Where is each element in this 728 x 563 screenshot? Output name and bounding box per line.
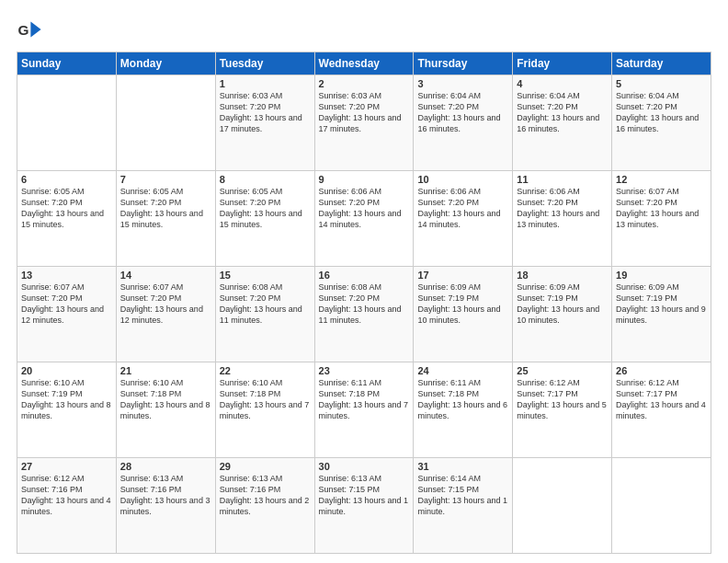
col-tuesday: Tuesday (215, 52, 314, 75)
day-info: Sunrise: 6:10 AM Sunset: 7:19 PM Dayligh… (21, 377, 112, 422)
table-row: 10Sunrise: 6:06 AM Sunset: 7:20 PM Dayli… (414, 171, 513, 267)
table-row: 14Sunrise: 6:07 AM Sunset: 7:20 PM Dayli… (116, 267, 215, 362)
day-info: Sunrise: 6:10 AM Sunset: 7:18 PM Dayligh… (220, 377, 311, 422)
day-info: Sunrise: 6:07 AM Sunset: 7:20 PM Dayligh… (120, 282, 211, 327)
table-row: 21Sunrise: 6:10 AM Sunset: 7:18 PM Dayli… (116, 362, 215, 458)
day-number: 7 (120, 174, 211, 185)
day-number: 29 (220, 461, 311, 472)
table-row: 30Sunrise: 6:13 AM Sunset: 7:15 PM Dayli… (314, 458, 414, 554)
day-info: Sunrise: 6:13 AM Sunset: 7:16 PM Dayligh… (220, 473, 311, 518)
day-info: Sunrise: 6:12 AM Sunset: 7:16 PM Dayligh… (21, 473, 112, 518)
calendar-header-row: Sunday Monday Tuesday Wednesday Thursday… (17, 52, 711, 75)
day-number: 16 (319, 270, 410, 281)
day-number: 23 (319, 365, 410, 376)
day-number: 1 (220, 78, 311, 89)
calendar: Sunday Monday Tuesday Wednesday Thursday… (17, 52, 711, 554)
table-row: 15Sunrise: 6:08 AM Sunset: 7:20 PM Dayli… (215, 267, 314, 362)
day-info: Sunrise: 6:03 AM Sunset: 7:20 PM Dayligh… (319, 90, 410, 135)
day-info: Sunrise: 6:13 AM Sunset: 7:15 PM Dayligh… (319, 473, 410, 518)
table-row: 24Sunrise: 6:11 AM Sunset: 7:18 PM Dayli… (414, 362, 513, 458)
day-number: 20 (21, 365, 112, 376)
day-info: Sunrise: 6:04 AM Sunset: 7:20 PM Dayligh… (517, 90, 608, 135)
day-info: Sunrise: 6:09 AM Sunset: 7:19 PM Dayligh… (517, 282, 608, 327)
day-info: Sunrise: 6:03 AM Sunset: 7:20 PM Dayligh… (220, 90, 311, 135)
day-info: Sunrise: 6:09 AM Sunset: 7:19 PM Dayligh… (616, 282, 707, 327)
day-info: Sunrise: 6:11 AM Sunset: 7:18 PM Dayligh… (417, 377, 508, 422)
page: G Sunday Monday Tuesday Wednesday Thursd… (0, 0, 728, 563)
day-number: 31 (417, 461, 508, 472)
day-info: Sunrise: 6:07 AM Sunset: 7:20 PM Dayligh… (616, 186, 707, 231)
table-row: 26Sunrise: 6:12 AM Sunset: 7:17 PM Dayli… (612, 362, 711, 458)
col-thursday: Thursday (414, 52, 513, 75)
day-number: 12 (616, 174, 707, 185)
day-info: Sunrise: 6:07 AM Sunset: 7:20 PM Dayligh… (21, 282, 112, 327)
day-number: 28 (120, 461, 211, 472)
day-info: Sunrise: 6:04 AM Sunset: 7:20 PM Dayligh… (417, 90, 508, 135)
svg-marker-1 (30, 22, 40, 38)
day-number: 26 (616, 365, 707, 376)
table-row: 25Sunrise: 6:12 AM Sunset: 7:17 PM Dayli… (513, 362, 612, 458)
table-row: 11Sunrise: 6:06 AM Sunset: 7:20 PM Dayli… (513, 171, 612, 267)
col-sunday: Sunday (17, 52, 117, 75)
calendar-week-row: 6Sunrise: 6:05 AM Sunset: 7:20 PM Daylig… (17, 171, 711, 267)
table-row: 13Sunrise: 6:07 AM Sunset: 7:20 PM Dayli… (17, 267, 117, 362)
day-info: Sunrise: 6:04 AM Sunset: 7:20 PM Dayligh… (616, 90, 707, 135)
day-number: 17 (417, 270, 508, 281)
table-row: 17Sunrise: 6:09 AM Sunset: 7:19 PM Dayli… (414, 267, 513, 362)
day-info: Sunrise: 6:09 AM Sunset: 7:19 PM Dayligh… (417, 282, 508, 327)
day-info: Sunrise: 6:05 AM Sunset: 7:20 PM Dayligh… (120, 186, 211, 231)
day-number: 8 (220, 174, 311, 185)
day-number: 21 (120, 365, 211, 376)
table-row: 18Sunrise: 6:09 AM Sunset: 7:19 PM Dayli… (513, 267, 612, 362)
table-row: 20Sunrise: 6:10 AM Sunset: 7:19 PM Dayli… (17, 362, 117, 458)
day-number: 10 (417, 174, 508, 185)
table-row: 29Sunrise: 6:13 AM Sunset: 7:16 PM Dayli… (215, 458, 314, 554)
day-number: 6 (21, 174, 112, 185)
day-number: 2 (319, 78, 410, 89)
day-number: 19 (616, 270, 707, 281)
table-row: 2Sunrise: 6:03 AM Sunset: 7:20 PM Daylig… (314, 75, 414, 171)
table-row (116, 75, 215, 171)
day-number: 24 (417, 365, 508, 376)
table-row (612, 458, 711, 554)
day-info: Sunrise: 6:12 AM Sunset: 7:17 PM Dayligh… (616, 377, 707, 422)
logo: G (17, 17, 46, 42)
logo-icon: G (17, 17, 42, 42)
table-row: 3Sunrise: 6:04 AM Sunset: 7:20 PM Daylig… (414, 75, 513, 171)
day-number: 15 (220, 270, 311, 281)
table-row: 28Sunrise: 6:13 AM Sunset: 7:16 PM Dayli… (116, 458, 215, 554)
table-row: 4Sunrise: 6:04 AM Sunset: 7:20 PM Daylig… (513, 75, 612, 171)
col-wednesday: Wednesday (314, 52, 414, 75)
col-friday: Friday (513, 52, 612, 75)
day-info: Sunrise: 6:08 AM Sunset: 7:20 PM Dayligh… (220, 282, 311, 327)
table-row: 1Sunrise: 6:03 AM Sunset: 7:20 PM Daylig… (215, 75, 314, 171)
table-row: 5Sunrise: 6:04 AM Sunset: 7:20 PM Daylig… (612, 75, 711, 171)
day-info: Sunrise: 6:05 AM Sunset: 7:20 PM Dayligh… (21, 186, 112, 231)
day-number: 3 (417, 78, 508, 89)
day-info: Sunrise: 6:11 AM Sunset: 7:18 PM Dayligh… (319, 377, 410, 422)
day-number: 9 (319, 174, 410, 185)
table-row: 12Sunrise: 6:07 AM Sunset: 7:20 PM Dayli… (612, 171, 711, 267)
day-number: 22 (220, 365, 311, 376)
day-number: 13 (21, 270, 112, 281)
table-row: 22Sunrise: 6:10 AM Sunset: 7:18 PM Dayli… (215, 362, 314, 458)
header: G (17, 17, 711, 42)
table-row (513, 458, 612, 554)
col-monday: Monday (116, 52, 215, 75)
day-number: 11 (517, 174, 608, 185)
table-row: 27Sunrise: 6:12 AM Sunset: 7:16 PM Dayli… (17, 458, 117, 554)
day-info: Sunrise: 6:14 AM Sunset: 7:15 PM Dayligh… (417, 473, 508, 518)
table-row: 23Sunrise: 6:11 AM Sunset: 7:18 PM Dayli… (314, 362, 414, 458)
calendar-week-row: 13Sunrise: 6:07 AM Sunset: 7:20 PM Dayli… (17, 267, 711, 362)
day-number: 5 (616, 78, 707, 89)
day-info: Sunrise: 6:10 AM Sunset: 7:18 PM Dayligh… (120, 377, 211, 422)
calendar-week-row: 20Sunrise: 6:10 AM Sunset: 7:19 PM Dayli… (17, 362, 711, 458)
col-saturday: Saturday (612, 52, 711, 75)
day-number: 4 (517, 78, 608, 89)
day-info: Sunrise: 6:12 AM Sunset: 7:17 PM Dayligh… (517, 377, 608, 422)
day-info: Sunrise: 6:05 AM Sunset: 7:20 PM Dayligh… (220, 186, 311, 231)
day-number: 18 (517, 270, 608, 281)
calendar-week-row: 27Sunrise: 6:12 AM Sunset: 7:16 PM Dayli… (17, 458, 711, 554)
table-row (17, 75, 117, 171)
table-row: 9Sunrise: 6:06 AM Sunset: 7:20 PM Daylig… (314, 171, 414, 267)
